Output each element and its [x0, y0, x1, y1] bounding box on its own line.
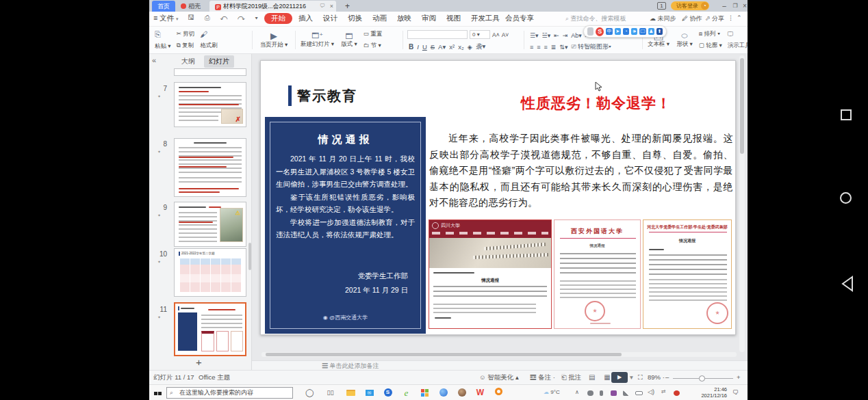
scrollbar-thumb[interactable]	[740, 58, 744, 154]
zoom-slider-thumb[interactable]	[699, 375, 705, 382]
numbering-button[interactable]: ☱▾	[542, 32, 551, 39]
start-button[interactable]	[152, 387, 164, 399]
decrease-indent-button[interactable]: ⇤	[554, 32, 559, 39]
notes-placeholder[interactable]: ☰ 单击此处添加备注	[322, 361, 379, 371]
taskbar-clock[interactable]: 21:46 2021/12/16	[697, 386, 727, 399]
ribbon-tab-devtools[interactable]: 开发工具	[471, 14, 500, 23]
store-icon[interactable]	[419, 387, 431, 399]
font-color-button[interactable]: A▾	[438, 43, 446, 51]
zoom-in-button[interactable]: +	[737, 373, 741, 381]
slide-6-thumbnail-partial[interactable]	[174, 68, 246, 76]
new-slide-button[interactable]: 🗔⁺ 新建幻灯片 ▾	[297, 27, 337, 53]
horizontal-scrollbar[interactable]	[261, 352, 737, 357]
share-button[interactable]: ⬀ 分享	[705, 14, 724, 23]
tab-list-button[interactable]: 1	[657, 2, 666, 10]
guest-login-button[interactable]: 访客登录◔	[671, 1, 709, 10]
tab-slides[interactable]: 幻灯片	[204, 55, 234, 68]
ribbon-tab-design[interactable]: 设计	[323, 14, 337, 23]
file-menu[interactable]: ≡ 文件 ▾	[153, 14, 178, 23]
collapse-panel-icon[interactable]: «	[152, 56, 156, 64]
format-painter-button[interactable]: 格式刷	[200, 42, 218, 50]
justify-button[interactable]: ≣	[551, 44, 557, 51]
member-icon[interactable]: ♟	[648, 28, 654, 35]
show-hidden-icons[interactable]: ∧	[575, 389, 579, 395]
cloud-tray-icon[interactable]	[587, 390, 593, 396]
line-spacing-button[interactable]: ⇅▾	[559, 44, 567, 51]
network-icon[interactable]	[623, 390, 629, 396]
slide-canvas[interactable]: 警示教育 性质恶劣！勒令退学！ 情况通报 2021 年 11 月 20 日上午 …	[260, 60, 736, 335]
smart-beautify-button[interactable]: ☺ 智能美化 ▴	[479, 373, 519, 382]
layout-button[interactable]: 🗔 版式 ▾	[337, 27, 361, 53]
slide-8-thumbnail[interactable]	[174, 138, 246, 197]
slide-11-thumbnail-selected[interactable]	[174, 302, 246, 356]
taskbar-search[interactable]: ⌕在这里输入你要搜索的内容	[166, 387, 293, 399]
sidebar-scrollbar[interactable]	[248, 243, 251, 270]
ribbon-tab-insert[interactable]: 插入	[298, 14, 313, 23]
notes-bar[interactable]: ☰ 单击此处添加备注	[252, 360, 748, 370]
screenshare-toolbar[interactable]: S 中 ➤ ◔ 🕪 🖵 ♟ ⬆	[583, 25, 667, 38]
to-smartart-button[interactable]: ⎚ 转智能图形▾	[571, 42, 611, 51]
minimize-button[interactable]: –	[719, 0, 730, 12]
ribbon-tab-view[interactable]: 视图	[446, 14, 461, 23]
weather-tray-item[interactable]: ☁ 9°C	[544, 389, 560, 395]
ribbon-tab-review[interactable]: 审阅	[422, 14, 436, 23]
android-recents-button[interactable]	[841, 109, 852, 120]
mail-icon[interactable]: ✉	[363, 387, 375, 399]
section-button[interactable]: 🗀 节 ▾	[363, 42, 382, 50]
bullets-button[interactable]: ☰▾	[530, 32, 539, 39]
font-name-combo[interactable]	[407, 30, 468, 39]
strikethrough-button[interactable]: S	[431, 43, 435, 51]
scrollbar-thumb[interactable]	[266, 353, 622, 356]
arrange-button[interactable]: ⧈ 排列 ▾	[699, 30, 722, 38]
news-panel-sichuan[interactable]: 四川大學 情况通报	[429, 219, 552, 329]
shrink-font-button[interactable]: A˅	[502, 31, 509, 38]
app-s-icon[interactable]: S	[382, 387, 394, 399]
align-right-button[interactable]: ≡	[544, 44, 548, 51]
timer-icon[interactable]: ◔	[623, 28, 629, 35]
browser-icon[interactable]	[437, 387, 449, 399]
text-effects-button[interactable]: 袭▾	[476, 42, 485, 51]
zoom-level[interactable]: 89% ·	[648, 373, 665, 381]
present-tools-button[interactable]: 演示工具 ▾	[728, 42, 748, 50]
align-left-button[interactable]: ≡	[530, 44, 533, 51]
android-back-button[interactable]	[841, 276, 854, 295]
underline-button[interactable]: U	[422, 43, 427, 51]
slide-10-thumbnail[interactable]: 2021-2022学年第二学期	[174, 248, 246, 297]
cortana-icon[interactable]: ◯	[304, 387, 316, 399]
notification-center-icon[interactable]: 🗨	[730, 387, 741, 399]
file-explorer-icon[interactable]	[345, 387, 357, 399]
align-center-button[interactable]: ≡	[537, 44, 540, 51]
upload-icon[interactable]: ⬆	[656, 28, 663, 35]
paste-button[interactable]: ⎘ 粘贴 ▾	[149, 27, 174, 53]
play-options-caret[interactable]: ▾	[630, 373, 633, 381]
ribbon-tab-start[interactable]: 开始	[264, 13, 292, 24]
clear-format-button[interactable]: ◈	[468, 43, 472, 51]
close-window-button[interactable]: ×	[739, 0, 748, 12]
italic-button[interactable]: I	[417, 43, 419, 51]
red-s-tray-icon[interactable]	[674, 390, 680, 396]
grow-font-button[interactable]: A˄	[492, 31, 500, 38]
tab-docer[interactable]: 稻壳	[175, 1, 206, 12]
add-slide-button[interactable]: +	[196, 356, 202, 368]
task-view-icon[interactable]: ▯▯	[324, 387, 336, 399]
zoom-out-button[interactable]: –	[665, 373, 669, 381]
pointer-icon[interactable]: ➤	[615, 28, 621, 35]
slide-9-thumbnail[interactable]: ⚠	[174, 202, 246, 247]
comments-button[interactable]: ⎗ 批注	[561, 373, 581, 382]
shapes-button[interactable]: ⬭ 形状 ▾	[673, 27, 696, 53]
cut-button[interactable]: ✂ 剪切	[177, 30, 194, 38]
slide-red-title[interactable]: 性质恶劣！勒令退学！	[480, 94, 713, 113]
android-home-button[interactable]	[840, 192, 852, 204]
vertical-scrollbar[interactable]	[739, 55, 745, 352]
font-size-combo[interactable]: 0 ▾	[470, 30, 490, 39]
ribbon-tab-member[interactable]: 会员专享	[505, 14, 534, 23]
phone-tray-icon[interactable]	[600, 390, 603, 396]
increase-indent-button[interactable]: ⇥	[563, 32, 568, 39]
tab-document[interactable]: P材料学院2019级...会20211216 🗩 ×	[209, 1, 336, 12]
notice-panel-hebei[interactable]: 河北大学党委学生工作部/学生处/党委武装部 情况通报	[643, 219, 732, 329]
collapse-ribbon-icon[interactable]: ⌃	[737, 14, 742, 21]
screen-icon[interactable]: 🖵	[639, 28, 646, 35]
bold-button[interactable]: B	[409, 43, 413, 51]
outline-button[interactable]: ▢ 轮廓 ▾	[699, 42, 722, 50]
notice-panel-xisu[interactable]: 西安外国语大学 情况通报	[554, 219, 641, 329]
